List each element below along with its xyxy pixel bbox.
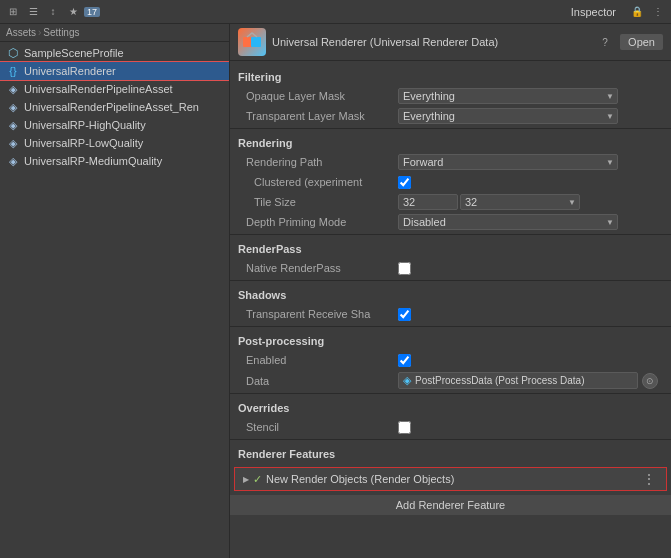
- file-list: ⬡ SampleSceneProfile {} UniversalRendere…: [0, 42, 229, 558]
- depth-priming-label: Depth Priming Mode: [238, 216, 398, 228]
- grid-icon[interactable]: ⊞: [4, 3, 22, 21]
- scene-icon: ⬡: [6, 46, 20, 60]
- opaque-layer-mask-row: Opaque Layer Mask Everything: [230, 86, 671, 106]
- stencil-value: [398, 421, 663, 434]
- pipeline2-icon: ◈: [6, 100, 20, 114]
- layers-icon[interactable]: ☰: [24, 3, 42, 21]
- pp-data-label: Data: [238, 375, 398, 387]
- depth-priming-dropdown-wrapper: Disabled: [398, 214, 618, 230]
- feature-item-0[interactable]: ▶ ✓ New Render Objects (Render Objects) …: [234, 467, 667, 491]
- pp-data-value: ◈ PostProcessData (Post Process Data) ⊙: [398, 372, 663, 389]
- file-label-pipeline1: UniversalRenderPipelineAsset: [24, 83, 173, 95]
- breadcrumb: Assets › Settings: [0, 24, 229, 42]
- feature-check-icon: ✓: [253, 473, 262, 486]
- add-renderer-feature-button[interactable]: Add Renderer Feature: [230, 495, 671, 515]
- breadcrumb-settings[interactable]: Settings: [43, 27, 79, 38]
- stencil-row: Stencil: [230, 417, 671, 437]
- file-label-universalrenderer: UniversalRenderer: [24, 65, 116, 77]
- inspector-header: Universal Renderer (Universal Renderer D…: [230, 24, 671, 61]
- native-renderpass-value: [398, 262, 663, 275]
- transparent-layer-mask-value: Everything: [398, 108, 663, 124]
- pp-data-ref[interactable]: ◈ PostProcessData (Post Process Data): [398, 372, 638, 389]
- mq-icon: ◈: [6, 154, 20, 168]
- native-renderpass-row: Native RenderPass: [230, 258, 671, 278]
- pipeline1-icon: ◈: [6, 82, 20, 96]
- depth-priming-dropdown[interactable]: Disabled: [398, 214, 618, 230]
- file-item-pipeline1[interactable]: ◈ UniversalRenderPipelineAsset: [0, 80, 229, 98]
- inspector-obj-info: Universal Renderer (Universal Renderer D…: [272, 36, 590, 48]
- file-item-medquality[interactable]: ◈ UniversalRP-MediumQuality: [0, 152, 229, 170]
- right-panel: Universal Renderer (Universal Renderer D…: [230, 24, 671, 558]
- feature-menu-icon[interactable]: ⋮: [640, 471, 658, 487]
- inspector-title: Inspector: [563, 6, 624, 18]
- renderer-features-list: ▶ ✓ New Render Objects (Render Objects) …: [230, 467, 671, 491]
- native-renderpass-label: Native RenderPass: [238, 262, 398, 274]
- tile-size-value: 32: [398, 194, 663, 210]
- opaque-layer-mask-value: Everything: [398, 88, 663, 104]
- file-label-pipeline2: UniversalRenderPipelineAsset_Ren: [24, 101, 199, 113]
- transparent-dropdown-wrapper: Everything: [398, 108, 618, 124]
- rendering-path-dropdown-wrapper: Forward: [398, 154, 618, 170]
- inspector-content: Filtering Opaque Layer Mask Everything T…: [230, 61, 671, 558]
- file-item-samplescene[interactable]: ⬡ SampleSceneProfile: [0, 44, 229, 62]
- left-panel: Assets › Settings ⬡ SampleSceneProfile {…: [0, 24, 230, 558]
- pp-enabled-value: [398, 354, 663, 367]
- pp-data-icon: ◈: [403, 374, 411, 387]
- tile-size-row: Tile Size 32: [230, 192, 671, 212]
- stencil-label: Stencil: [238, 421, 398, 433]
- top-bar-right: 🔒 ⋮: [628, 3, 667, 21]
- main-layout: Assets › Settings ⬡ SampleSceneProfile {…: [0, 24, 671, 558]
- clustered-checkbox[interactable]: [398, 176, 411, 189]
- rendering-path-row: Rendering Path Forward: [230, 152, 671, 172]
- file-item-universalrenderer[interactable]: {} UniversalRenderer: [0, 62, 229, 80]
- divider-5: [230, 393, 671, 394]
- pp-enabled-checkbox[interactable]: [398, 354, 411, 367]
- shadows-section-header: Shadows: [230, 283, 671, 304]
- divider-1: [230, 128, 671, 129]
- move-icon[interactable]: ↕: [44, 3, 62, 21]
- overrides-section-header: Overrides: [230, 396, 671, 417]
- top-bar: ⊞ ☰ ↕ ★ 17 Inspector 🔒 ⋮: [0, 0, 671, 24]
- divider-2: [230, 234, 671, 235]
- hq-icon: ◈: [6, 118, 20, 132]
- transparent-receive-row: Transparent Receive Sha: [230, 304, 671, 324]
- opaque-layer-mask-label: Opaque Layer Mask: [238, 90, 398, 102]
- pp-data-circle-btn[interactable]: ⊙: [642, 373, 658, 389]
- pp-enabled-label: Enabled: [238, 354, 398, 366]
- file-item-highquality[interactable]: ◈ UniversalRP-HighQuality: [0, 116, 229, 134]
- help-icon[interactable]: ?: [596, 33, 614, 51]
- clustered-label: Clustered (experiment: [238, 176, 398, 188]
- transparent-receive-label: Transparent Receive Sha: [238, 308, 398, 320]
- lq-icon: ◈: [6, 136, 20, 150]
- rendering-path-dropdown[interactable]: Forward: [398, 154, 618, 170]
- lock-icon[interactable]: 🔒: [628, 3, 646, 21]
- renderpass-section-header: RenderPass: [230, 237, 671, 258]
- stencil-checkbox[interactable]: [398, 421, 411, 434]
- file-item-lowquality[interactable]: ◈ UniversalRP-LowQuality: [0, 134, 229, 152]
- tile-size-dropdown[interactable]: 32: [460, 194, 580, 210]
- clustered-value: [398, 176, 663, 189]
- depth-priming-row: Depth Priming Mode Disabled: [230, 212, 671, 232]
- opaque-layer-mask-dropdown[interactable]: Everything: [398, 88, 618, 104]
- tile-size-dropdown-wrapper: 32: [460, 194, 580, 210]
- file-item-pipeline2[interactable]: ◈ UniversalRenderPipelineAsset_Ren: [0, 98, 229, 116]
- top-bar-left: ⊞ ☰ ↕ ★ 17: [4, 3, 559, 21]
- pp-data-text: PostProcessData (Post Process Data): [415, 375, 585, 386]
- svg-rect-1: [251, 37, 261, 47]
- tile-size-label: Tile Size: [238, 196, 398, 208]
- breadcrumb-sep: ›: [38, 27, 41, 38]
- tile-size-input[interactable]: [398, 194, 458, 210]
- feature-label-0: New Render Objects (Render Objects): [266, 473, 636, 485]
- transparent-layer-mask-dropdown[interactable]: Everything: [398, 108, 618, 124]
- transparent-receive-checkbox[interactable]: [398, 308, 411, 321]
- star-icon[interactable]: ★: [64, 3, 82, 21]
- breadcrumb-assets[interactable]: Assets: [6, 27, 36, 38]
- divider-4: [230, 326, 671, 327]
- dots-icon[interactable]: ⋮: [649, 3, 667, 21]
- clustered-row: Clustered (experiment: [230, 172, 671, 192]
- header-action-icons: ?: [596, 33, 614, 51]
- open-button[interactable]: Open: [620, 34, 663, 50]
- file-label-samplescene: SampleSceneProfile: [24, 47, 124, 59]
- native-renderpass-checkbox[interactable]: [398, 262, 411, 275]
- rendering-path-label: Rendering Path: [238, 156, 398, 168]
